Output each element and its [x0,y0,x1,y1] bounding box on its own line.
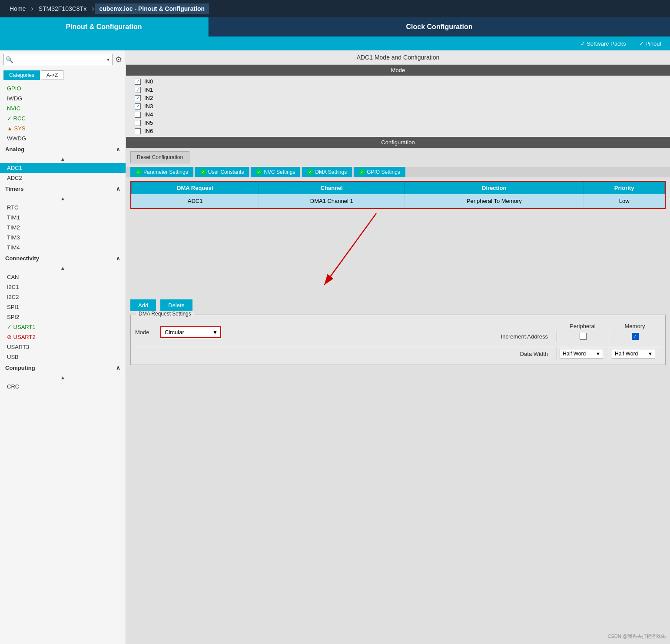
search-input-container[interactable]: 🔍 ▼ [3,54,113,65]
memory-increment-checkbox[interactable]: ✓ [632,333,639,340]
memory-col-header: Memory [609,323,661,329]
label-in6: IN6 [144,128,153,134]
sidebar-item-i2c1[interactable]: I2C1 [0,282,126,292]
breadcrumb-device[interactable]: STM32F103C8Tx [34,3,91,14]
sidebar-search-area: 🔍 ▼ ⚙ [0,50,126,69]
sidebar-item-spi1[interactable]: SPI1 [0,302,126,312]
timers-label: Timers [5,186,23,192]
sidebar-item-spi2[interactable]: SPI2 [0,312,126,322]
checkbox-in6[interactable] [135,128,141,134]
data-width-label: Data Width [135,351,557,357]
analog-label: Analog [5,146,24,153]
search-input[interactable] [13,56,106,63]
breadcrumb-current[interactable]: cubemx.ioc - Pinout & Configuration [95,3,209,14]
memory-data-width-select[interactable]: Byte Half Word Word [612,349,655,359]
sidebar-item-adc2[interactable]: ADC2 [0,173,126,183]
search-dropdown-icon[interactable]: ▼ [106,57,110,62]
dma-request-settings: DMA Request Settings Mode Circular Norma… [130,315,666,365]
checkbox-in3[interactable]: ✓ [135,103,141,110]
sidebar-item-tim1[interactable]: TIM1 [0,212,126,222]
label-in0: IN0 [144,78,153,85]
tab-pinout-config[interactable]: Pinout & Configuration [0,17,209,37]
tab-user-constants-label: User Constants [208,169,244,175]
sidebar-section-timers[interactable]: Timers ∧ [0,183,126,195]
label-in1: IN1 [144,86,153,93]
checkbox-in5[interactable] [135,120,141,126]
add-button[interactable]: Add [130,299,156,311]
tab-dma-settings[interactable]: ✓ DMA Settings [302,167,352,177]
dma-table-container: DMA Request Channel Direction Priority A… [130,181,666,209]
breadcrumb-home[interactable]: Home [5,3,30,14]
user-constants-indicator: ✓ [200,169,206,175]
mode-item-in2: ✓ IN2 [135,95,661,101]
label-in5: IN5 [144,120,153,126]
checkbox-in4[interactable] [135,112,141,118]
peripheral-data-width-select[interactable]: Byte Half Word Word [560,349,603,359]
sidebar-item-tim3[interactable]: TIM3 [0,232,126,242]
sidebar-item-adc1[interactable]: ADC1 [0,163,126,173]
breadcrumb-bar: Home › STM32F103C8Tx › cubemx.ioc - Pino… [0,0,670,17]
checkbox-in2[interactable]: ✓ [135,95,141,101]
gear-icon[interactable]: ⚙ [115,55,122,64]
tab-nvc-settings[interactable]: ✓ NVC Settings [251,167,300,177]
analog-scroll-up[interactable]: ▲ [0,155,126,163]
mode-select[interactable]: Circular Normal [160,326,221,338]
tab-parameter-settings[interactable]: ✓ Parameter Settings [130,167,193,177]
sidebar-item-usart2[interactable]: ⊘ USART2 [0,332,126,342]
sidebar-item-sys[interactable]: ▲ SYS [0,123,126,133]
connectivity-scroll-up[interactable]: ▲ [0,264,126,272]
peripheral-increment-checkbox[interactable] [580,333,587,340]
timers-scroll-up[interactable]: ▲ [0,195,126,202]
sidebar-item-gpio[interactable]: GPIO [0,83,126,93]
sidebar-item-rtc[interactable]: RTC [0,202,126,212]
checkbox-in1[interactable]: ✓ [135,87,141,93]
dma-channel-cell: DMA1 Channel 1 [259,194,405,208]
analog-collapse-icon: ∧ [116,146,120,153]
sub-tab-software-packs[interactable]: ✓ Software Packs [580,40,626,47]
tab-az[interactable]: A->Z [41,70,63,80]
tab-clock-config[interactable]: Clock Configuration [209,17,670,37]
sidebar-item-iwdg[interactable]: IWDG [0,93,126,103]
mode-section: Mode ✓ IN0 ✓ IN1 ✓ IN2 ✓ [126,65,670,137]
sidebar-item-usart1[interactable]: ✓ USART1 [0,322,126,332]
sub-tab-bar: ✓ Software Packs ✓ Pinout [0,37,670,50]
sidebar-item-crc[interactable]: CRC [0,382,126,392]
dma-col-request: DMA Request [132,182,259,194]
mode-select-wrapper: Circular Normal ▼ [160,326,221,338]
tab-gpio-settings[interactable]: ✓ GPIO Settings [354,167,405,177]
red-arrow-svg [130,209,666,296]
sidebar-item-can[interactable]: CAN [0,272,126,282]
breadcrumb-arrow-2: › [92,5,94,13]
tab-user-constants[interactable]: ✓ User Constants [195,167,249,177]
sidebar-item-tim2[interactable]: TIM2 [0,222,126,232]
dma-direction-cell: Peripheral To Memory [405,194,584,208]
sidebar-section-computing[interactable]: Computing ∧ [0,362,126,374]
reset-config-button[interactable]: Reset Configuration [130,151,189,163]
sidebar-item-usb[interactable]: USB [0,352,126,362]
tab-categories[interactable]: Categories [3,70,40,80]
sidebar-section-connectivity[interactable]: Connectivity ∧ [0,252,126,264]
sidebar-item-rcc[interactable]: ✓ RCC [0,113,126,123]
tab-dma-label: DMA Settings [315,169,347,175]
dma-col-direction: Direction [405,182,584,194]
mode-item-in0: ✓ IN0 [135,78,661,85]
sidebar-item-usart3[interactable]: USART3 [0,342,126,352]
dma-col-priority: Priority [584,182,665,194]
dma-settings-legend: DMA Request Settings [136,311,194,317]
dma-indicator: ✓ [307,169,313,175]
delete-button[interactable]: Delete [160,299,192,311]
sidebar-item-nvic[interactable]: NVIC [0,103,126,113]
label-in2: IN2 [144,95,153,101]
computing-scroll-up[interactable]: ▲ [0,374,126,382]
mode-header: Mode [126,65,670,76]
memory-data-width-wrapper: Byte Half Word Word ▼ [612,349,655,359]
sidebar-section-analog[interactable]: Analog ∧ [0,143,126,155]
dma-table-row[interactable]: ADC1 DMA1 Channel 1 Peripheral To Memory… [132,194,665,208]
sidebar-item-tim4[interactable]: TIM4 [0,242,126,252]
sub-tab-pinout[interactable]: ✓ Pinout [639,40,661,47]
checkbox-in0[interactable]: ✓ [135,79,141,85]
sidebar-item-i2c2[interactable]: I2C2 [0,292,126,302]
dma-table: DMA Request Channel Direction Priority A… [131,182,665,208]
data-width-row: Data Width Byte Half Word Word ▼ [135,347,661,360]
sidebar-item-wwdg[interactable]: WWDG [0,133,126,143]
